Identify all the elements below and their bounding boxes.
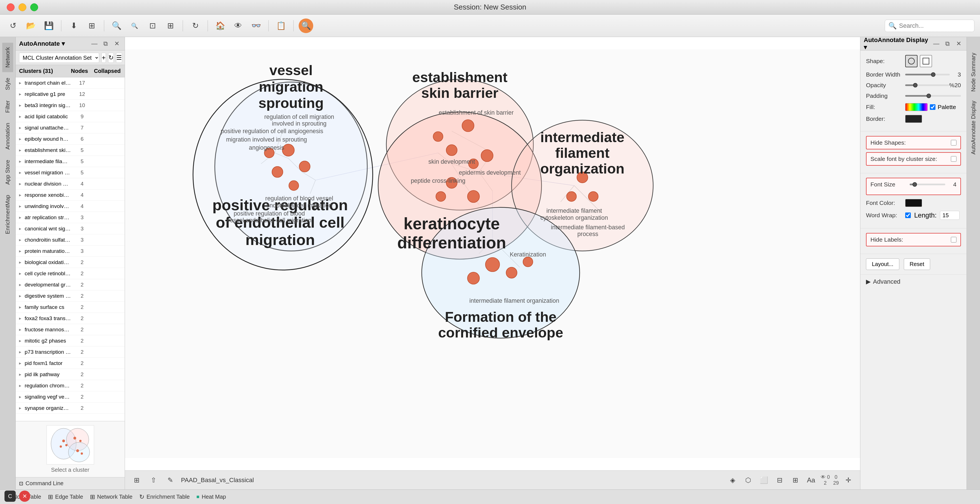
cluster-row[interactable]: ▸ mitotic g2 phases 2 (16, 335, 125, 346)
node-4[interactable] (289, 181, 299, 191)
cluster-row[interactable]: ▸ biological oxidations phase 2 (16, 257, 125, 268)
node-3[interactable] (272, 166, 283, 177)
cluster-row[interactable]: ▸ transport chain electron 17 (16, 77, 125, 89)
cluster-menu-button[interactable]: ☰ (116, 53, 122, 63)
dock-close-icon[interactable]: ✕ (19, 491, 30, 502)
right-panel-float[interactable]: ⧉ (943, 39, 952, 48)
node-9[interactable] (433, 132, 443, 142)
fill-color-swatch[interactable] (905, 103, 928, 111)
cluster-row[interactable]: ▸ synapse organization assembly 2 (16, 402, 125, 414)
cluster-row[interactable]: ▸ p73 transcription factor 2 (16, 346, 125, 358)
cluster-row[interactable]: ▸ digestive system process 2 (16, 290, 125, 301)
maximize-button[interactable] (30, 3, 38, 11)
sidebar-tab-annotation[interactable]: Annotation (2, 118, 13, 154)
square-shape-button[interactable] (920, 55, 932, 67)
cluster-row[interactable]: ▸ establishment skin barrier 5 (16, 145, 125, 156)
cluster-row[interactable]: ▸ intermediate filament organization 5 (16, 156, 125, 167)
view-button[interactable]: 👓 (249, 19, 263, 33)
disjoint-select-button[interactable]: ⊟ (773, 474, 786, 486)
cluster-row[interactable]: ▸ fructose mannose degradation 2 (16, 324, 125, 335)
font-size-slider[interactable] (910, 183, 945, 185)
node-17[interactable] (485, 258, 500, 272)
cluster-row[interactable]: ▸ regulation chromosome segregation 2 (16, 380, 125, 391)
opacity-slider[interactable] (905, 85, 949, 86)
sidebar-tab-filter[interactable]: Filter (2, 96, 13, 117)
cluster-row[interactable]: ▸ vessel migration sprouting 5 (16, 167, 125, 178)
cluster-row[interactable]: ▸ developmental growth involved 2 (16, 279, 125, 290)
share-button[interactable]: ⇧ (147, 474, 160, 486)
cluster-row[interactable]: ▸ signal unattached mad2 7 (16, 122, 125, 134)
cluster-row[interactable]: ▸ cell cycle retinoblastoma 2 (16, 268, 125, 279)
search-input[interactable] (899, 22, 971, 29)
circle-shape-button[interactable] (905, 55, 918, 67)
cluster-row[interactable]: ▸ canonical wnt signaling 3 (16, 223, 125, 234)
heat-map-tab[interactable]: ■ Heat Map (196, 494, 226, 500)
panel-close-button[interactable]: ✕ (112, 39, 121, 48)
show-hide-button[interactable]: 👁 (231, 19, 245, 33)
edge-table-tab[interactable]: ⊞ Edge Table (48, 493, 83, 501)
scale-font-checkbox[interactable] (951, 156, 956, 162)
import-button[interactable]: ⬇ (67, 19, 81, 33)
word-wrap-checkbox[interactable] (905, 212, 911, 218)
zoom-in-button[interactable]: 🔍 (109, 19, 124, 33)
panel-title[interactable]: AutoAnnotate ▾ (19, 40, 65, 47)
cluster-row[interactable]: ▸ foxa2 foxa3 transcription 2 (16, 313, 125, 324)
cluster-row[interactable]: ▸ protein maturation processing 3 (16, 246, 125, 257)
panel-float-button[interactable]: ⧉ (101, 39, 110, 48)
zoom-out-button[interactable]: 🔍 (127, 19, 142, 33)
right-panel-close[interactable]: ✕ (954, 39, 963, 48)
border-width-slider[interactable] (905, 74, 950, 75)
padding-slider[interactable] (905, 95, 961, 97)
minimize-button[interactable] (19, 3, 26, 11)
cluster-row[interactable]: ▸ family surface cs 2 (16, 301, 125, 313)
cluster-row[interactable]: ▸ epiboly wound healing 6 (16, 134, 125, 145)
cluster-row[interactable]: ▸ atr replication stress 3 (16, 212, 125, 223)
cluster-row[interactable]: ▸ acid lipid catabolic 9 (16, 111, 125, 122)
recent-sessions-button[interactable]: ↺ (6, 19, 20, 33)
cluster-row[interactable]: ▸ pid foxm1 factor 2 (16, 358, 125, 369)
select-mode-button[interactable]: ◈ (727, 474, 739, 486)
table-import-button[interactable]: ⊞ (84, 19, 99, 33)
cluster-row[interactable]: ▸ nuclear division mitosis 4 (16, 178, 125, 190)
cluster-row[interactable]: ▸ chondroitin sulfate proteoglycan 3 (16, 234, 125, 246)
compass-button[interactable]: ✛ (842, 474, 854, 486)
node-2[interactable] (299, 161, 310, 172)
cluster-set-select[interactable]: MCL Cluster Annotation Set (19, 53, 99, 63)
fit-button[interactable]: ⊡ (145, 19, 160, 33)
add-cluster-button[interactable]: + (102, 53, 106, 63)
node-8[interactable] (481, 150, 493, 162)
refresh-button[interactable]: ↻ (188, 19, 202, 33)
sidebar-tab-style[interactable]: Style (2, 73, 13, 94)
dock-cytoscape-icon[interactable]: C (5, 491, 16, 502)
node-13[interactable] (436, 191, 446, 201)
copy-button[interactable]: 📋 (274, 19, 288, 33)
network-table-tab[interactable]: ⊞ Network Table (90, 493, 132, 501)
node-20[interactable] (523, 257, 533, 267)
refresh-clusters-button[interactable]: ↻ (108, 53, 114, 63)
font-color-swatch[interactable] (905, 199, 922, 207)
grid-view-button[interactable]: ⊞ (130, 474, 143, 486)
zoom-selection-button[interactable]: ⊞ (163, 19, 178, 33)
cluster-row[interactable]: ▸ pid ilk pathway 2 (16, 369, 125, 380)
sidebar-tab-enrichmentmap[interactable]: EnrichmentMap (2, 190, 13, 239)
layout-button[interactable]: Layout... (866, 258, 899, 270)
edit-button[interactable]: ✎ (164, 474, 177, 486)
open-session-button[interactable]: 📂 (24, 19, 38, 33)
node-16[interactable] (566, 191, 576, 201)
save-session-button[interactable]: 💾 (41, 19, 56, 33)
home-button[interactable]: 🏠 (213, 19, 228, 33)
annotation-button[interactable]: Aa (805, 474, 817, 486)
node-18[interactable] (468, 272, 480, 284)
panel-minimize-button[interactable]: — (90, 39, 99, 48)
node-19[interactable] (506, 268, 517, 278)
word-wrap-length-input[interactable] (940, 211, 959, 220)
border-color-swatch[interactable] (905, 115, 922, 123)
sidebar-tab-appstore[interactable]: App Store (2, 155, 13, 189)
hide-labels-checkbox[interactable] (951, 237, 956, 242)
node-6[interactable] (462, 120, 474, 132)
cluster-row[interactable]: ▸ beta3 integrin signalling 10 (16, 100, 125, 111)
close-button[interactable] (7, 3, 14, 11)
node-15[interactable] (588, 191, 598, 201)
enrichment-table-tab[interactable]: ↻ Enrichment Table (139, 493, 190, 501)
canvas-area[interactable]: vessel migration sprouting positive regu… (125, 37, 860, 471)
